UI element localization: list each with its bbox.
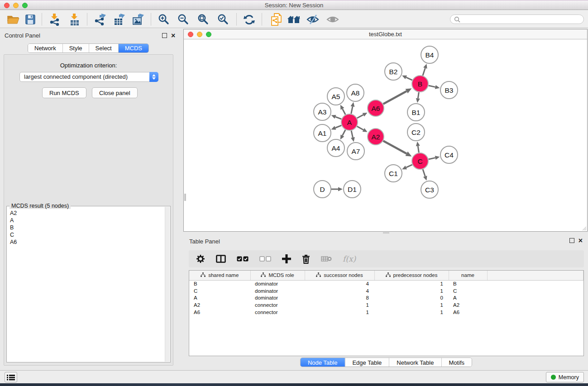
table-cell[interactable]: 1 xyxy=(374,280,449,287)
graph-edge-A-A6[interactable] xyxy=(357,115,363,118)
table-row[interactable]: A6connector11A6 xyxy=(189,309,583,316)
table-cell[interactable]: connector xyxy=(250,301,305,309)
save-icon[interactable] xyxy=(24,13,37,26)
memory-button[interactable]: Memory xyxy=(546,372,584,382)
table-cell[interactable]: A xyxy=(189,295,250,302)
table-cell[interactable]: 1 xyxy=(305,309,374,316)
column-header-shared-name[interactable]: shared name xyxy=(189,271,250,280)
result-item[interactable]: A xyxy=(10,217,165,224)
import-table-icon[interactable] xyxy=(68,13,81,26)
import-network-icon[interactable] xyxy=(48,13,62,26)
graph-edge-A-A4[interactable] xyxy=(342,130,345,136)
table-cell[interactable]: 1 xyxy=(374,301,449,309)
first-neighbors-icon[interactable] xyxy=(287,13,301,26)
table-cell[interactable]: dominator xyxy=(250,280,305,287)
control-panel-close-icon[interactable]: × xyxy=(171,33,175,38)
tab-style[interactable]: Style xyxy=(62,44,89,52)
task-history-button[interactable] xyxy=(5,372,17,382)
function-builder-icon[interactable]: f(x) xyxy=(343,254,356,263)
table-cell[interactable]: B xyxy=(189,280,250,287)
column-header-MCDS-role[interactable]: MCDS role xyxy=(250,271,305,280)
result-scrollbar[interactable] xyxy=(165,207,170,362)
table-cell[interactable]: B xyxy=(449,280,487,287)
result-item[interactable]: A2 xyxy=(10,210,165,217)
result-item[interactable]: C xyxy=(10,231,165,238)
close-panel-button[interactable]: Close panel xyxy=(92,87,138,98)
graph-edge-A6-B[interactable] xyxy=(383,91,407,104)
table-cell[interactable]: C xyxy=(449,287,487,295)
network-canvas[interactable]: B4B2BB3A8A5A6A3B1AC2A1A2A4A7C4CC1DD1C3 xyxy=(184,40,587,232)
table-settings-icon[interactable] xyxy=(196,254,205,263)
tab-network[interactable]: Network xyxy=(28,44,62,52)
refresh-icon[interactable] xyxy=(242,13,256,26)
table-cell[interactable]: 8 xyxy=(305,295,374,302)
table-cell[interactable]: 1 xyxy=(374,287,449,295)
control-panel-float-icon[interactable] xyxy=(162,33,167,38)
table-panel-float-icon[interactable] xyxy=(569,238,574,243)
show-all-icon[interactable] xyxy=(326,13,339,26)
table-cell[interactable]: 4 xyxy=(305,280,374,287)
graph-edge-C-C4[interactable] xyxy=(429,158,435,159)
table-cell[interactable]: 4 xyxy=(305,287,374,295)
graph-edge-B-B1[interactable] xyxy=(418,92,419,99)
table-row[interactable]: A2connector11A2 xyxy=(189,301,583,309)
table-cell[interactable]: A6 xyxy=(189,309,250,316)
deselect-all-icon[interactable] xyxy=(259,256,271,262)
export-image-icon[interactable] xyxy=(131,13,145,26)
tab-select[interactable]: Select xyxy=(89,44,118,52)
zoom-out-icon[interactable] xyxy=(177,13,190,26)
column-header-name[interactable]: name xyxy=(449,271,487,280)
tab-edge-table[interactable]: Edge Table xyxy=(344,358,389,367)
table-cell[interactable]: dominator xyxy=(250,287,305,295)
tab-mcds[interactable]: MCDS xyxy=(118,44,148,52)
zoom-selected-icon[interactable] xyxy=(216,13,230,26)
delete-table-icon[interactable] xyxy=(321,256,332,262)
optimization-criterion-select[interactable]: largest connected component (directed) xyxy=(19,72,158,82)
graph-edge-A2-C[interactable] xyxy=(383,141,407,153)
table-cell[interactable]: 1 xyxy=(305,301,374,309)
table-cell[interactable]: connector xyxy=(250,309,305,316)
result-item[interactable]: A6 xyxy=(10,238,165,246)
graph-edge-B-B3[interactable] xyxy=(429,86,435,87)
graph-edge-A-A5[interactable] xyxy=(342,109,345,114)
graph-edge-A-A7[interactable] xyxy=(351,131,353,138)
new-network-from-selection-icon[interactable] xyxy=(270,13,283,26)
table-row[interactable]: Bdominator41B xyxy=(189,280,583,287)
zoom-in-icon[interactable] xyxy=(157,13,171,26)
table-cell[interactable]: A xyxy=(449,295,487,302)
table-cell[interactable]: C xyxy=(189,287,250,295)
tab-node-table[interactable]: Node Table xyxy=(301,358,345,367)
tab-network-table[interactable]: Network Table xyxy=(389,358,441,367)
graph-edge-C-C1[interactable] xyxy=(406,165,412,167)
table-row[interactable]: Adominator80A xyxy=(189,295,583,302)
network-window-titlebar[interactable]: testGlobe.txt xyxy=(184,29,587,39)
mcds-result-list[interactable]: A2ABCA6 xyxy=(7,208,165,362)
add-column-icon[interactable] xyxy=(282,254,291,263)
export-network-icon[interactable] xyxy=(93,13,107,26)
delete-column-icon[interactable] xyxy=(302,254,310,264)
table-cell[interactable]: 1 xyxy=(374,309,449,316)
search-input[interactable] xyxy=(450,14,584,24)
graph-edge-A-A3[interactable] xyxy=(335,117,341,119)
zoom-fit-icon[interactable] xyxy=(196,13,210,26)
graph-edge-A-A2[interactable] xyxy=(357,126,363,130)
hide-selected-icon[interactable] xyxy=(306,13,320,26)
column-header-successor-nodes[interactable]: successor nodes xyxy=(305,271,374,280)
table-row[interactable]: Cdominator41C xyxy=(189,287,583,295)
run-mcds-button[interactable]: Run MCDS xyxy=(42,87,86,98)
graph-edge-B-B4[interactable] xyxy=(423,68,425,75)
open-icon[interactable] xyxy=(6,13,20,26)
graph-edge-B-B2[interactable] xyxy=(406,77,412,80)
table-cell[interactable]: A2 xyxy=(189,301,250,309)
graph-edge-C-C2[interactable] xyxy=(418,146,419,152)
graph-edge-A-A8[interactable] xyxy=(351,106,353,114)
table-cell[interactable]: A6 xyxy=(449,309,487,316)
column-header-predecessor-nodes[interactable]: predecessor nodes xyxy=(374,271,449,280)
tab-motifs[interactable]: Motifs xyxy=(441,358,472,367)
graph-edge-C-C3[interactable] xyxy=(423,169,425,176)
table-cell[interactable]: dominator xyxy=(250,295,305,302)
show-columns-icon[interactable] xyxy=(216,255,226,263)
export-table-icon[interactable] xyxy=(112,13,126,26)
table-cell[interactable]: A2 xyxy=(449,301,487,309)
graph-edge-A-A1[interactable] xyxy=(335,125,342,128)
